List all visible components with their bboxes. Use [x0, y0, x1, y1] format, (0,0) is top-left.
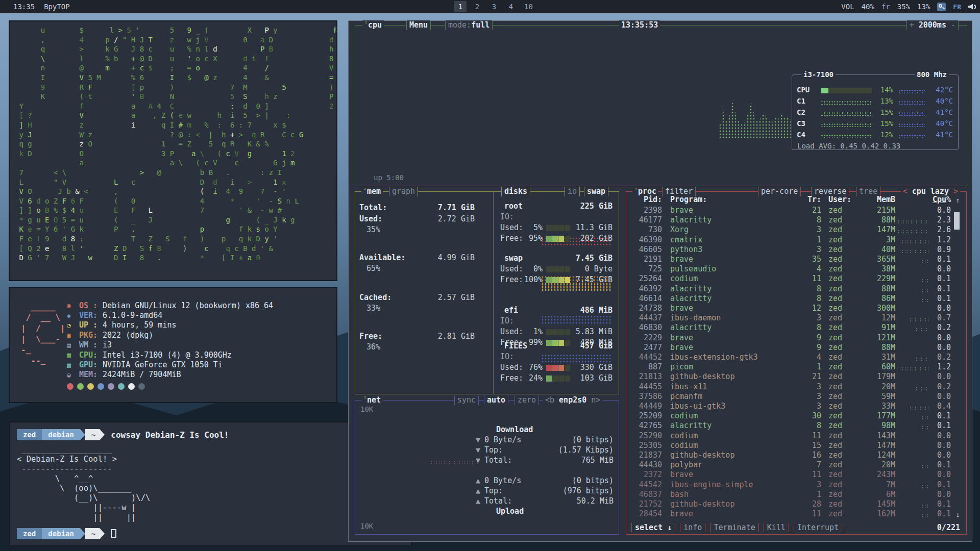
volume-value[interactable]: 40% — [862, 3, 874, 11]
disk-name: swap — [504, 253, 523, 264]
disks-toggle-button[interactable]: disks — [501, 187, 530, 196]
iface-prev[interactable]: <b — [545, 395, 554, 405]
process-row[interactable]: 2229brave9zed121M0.0 — [626, 333, 966, 343]
process-cell: 0.0 — [912, 343, 951, 353]
iface-next[interactable]: n> — [591, 395, 600, 405]
process-cell: 300M — [859, 304, 895, 313]
process-row[interactable]: 44452ibus-extension-gtk34zed31M0.2 — [626, 353, 966, 362]
io-toggle-button[interactable]: io — [565, 187, 580, 196]
terminal-cmatrix[interactable]: u $ l > S ' 5 9 _ ( X P y F , 4 p / " H … — [9, 20, 337, 281]
swap-toggle-button[interactable]: swap — [584, 187, 608, 196]
interrupt-button[interactable]: Interrupt — [794, 523, 842, 532]
process-row[interactable]: 25305codium15zed147M0.0 — [626, 441, 966, 450]
process-row[interactable]: 21813github-desktop21zed179M0.0 — [626, 372, 966, 382]
keyboard-layout[interactable]: FR — [953, 3, 961, 11]
matrix-row: y J W z ? @ : < | h + > q R C c G — [15, 130, 334, 140]
core-percent: 12% — [869, 130, 893, 140]
prompt-path-chip: ~ — [85, 528, 100, 539]
menu-button[interactable]: Menu — [406, 20, 431, 30]
process-cell: 44452 — [630, 353, 662, 362]
terminal-cursor[interactable] — [111, 529, 116, 538]
disk-used-label: Used: — [500, 327, 523, 337]
col-memory[interactable]: MemB — [859, 195, 895, 205]
sync-button[interactable]: sync — [454, 395, 479, 405]
process-cell: zed — [828, 206, 842, 215]
speaker-icon[interactable] — [968, 4, 976, 10]
process-row[interactable]: 2398brave21zed215M0.0 — [626, 206, 966, 215]
info-value: 2022 (dpkg) — [103, 331, 153, 340]
terminate-button[interactable]: Terminate — [710, 523, 758, 532]
process-row[interactable]: 37586pcmanfm3zed59M0.0 — [626, 392, 966, 402]
magnifier-icon[interactable] — [937, 3, 946, 11]
disk-used-value: 330 GiB — [580, 362, 612, 373]
terminal-fetch[interactable]: _____ / __ \ | / | | \___- -_ --_ ◉OS : … — [9, 287, 337, 403]
process-row[interactable]: 42765alacritty8zed98M0.1 — [626, 421, 966, 431]
process-row[interactable]: 725pulseaudio4zed38M0.0 — [626, 264, 966, 274]
select-button[interactable]: select ↓ — [631, 523, 675, 532]
process-cell: 46830 — [630, 323, 662, 333]
col-pid[interactable]: Pid: — [630, 195, 662, 205]
col-user[interactable]: User: — [828, 195, 851, 205]
interval-decrease[interactable]: - — [951, 20, 955, 30]
scroll-up-arrow[interactable]: ↑ — [955, 196, 960, 206]
process-row[interactable]: 2191brave35zed365M0.1 — [626, 255, 966, 264]
col-cpu[interactable]: Cpu% — [912, 195, 951, 205]
workspace-button-2[interactable]: 2 — [471, 1, 483, 12]
zero-button[interactable]: zero — [514, 395, 539, 405]
process-cell: 229M — [859, 274, 895, 284]
workspace-button-10[interactable]: 10 — [522, 1, 535, 12]
disk-free-row: Free:24%103 GiB — [499, 373, 616, 384]
process-row[interactable]: 730Xorg3zed147M2.6 — [626, 225, 966, 235]
core-percent: 14% — [869, 85, 893, 95]
process-row[interactable]: 44542ibus-engine-simple3zed7M0.1 — [626, 480, 966, 490]
process-row[interactable]: 21837github-desktop16zed124M0.0 — [626, 450, 966, 460]
workspace-button-3[interactable]: 3 — [488, 1, 500, 12]
process-row[interactable]: 46614alacritty8zed86M0.1 — [626, 294, 966, 304]
interval-control[interactable]: + 2000ms - — [906, 20, 959, 30]
process-row[interactable]: 25290codium11zed143M0.0 — [626, 431, 966, 441]
process-row[interactable]: 46177alacritty8zed88M2.3 — [626, 215, 966, 225]
process-row[interactable]: 25264codium11zed229M0.1 — [626, 274, 966, 284]
graph-toggle-button[interactable]: graph — [389, 187, 418, 196]
core-stat-row: C113%40°C — [792, 96, 958, 107]
process-cell: zed — [828, 431, 842, 441]
process-row[interactable]: 21752github-desktop28zed145M0.1 — [626, 499, 966, 509]
kill-button[interactable]: Kill — [764, 523, 789, 532]
interval-increase[interactable]: + — [910, 20, 914, 30]
process-row[interactable]: 25209codium30zed177M0.1 — [626, 411, 966, 421]
process-row[interactable]: 24738brave12zed300M0.0 — [626, 304, 966, 313]
process-cell: 86M — [859, 294, 895, 304]
process-row[interactable]: 28454brave11zed162M0.1 — [626, 509, 966, 519]
process-cell: 20M — [859, 382, 895, 392]
process-row[interactable]: 44455ibus-x113zed20M0.2 — [626, 382, 966, 392]
process-row[interactable]: 887picom1zed60M1.2 — [626, 362, 966, 372]
process-row[interactable]: 46390cmatrix1zed3M1.2 — [626, 235, 966, 245]
process-row[interactable]: 2372brave11zed243M0.0 — [626, 470, 966, 480]
process-row[interactable]: 2477brave9zed88M0.0 — [626, 343, 966, 353]
process-row[interactable]: 46837bash1zed6M0.0 — [626, 490, 966, 499]
process-row[interactable]: 46605python33zed40M0.9 — [626, 245, 966, 255]
interface-switcher[interactable]: <b enp2s0 n> — [543, 395, 602, 405]
mode-button[interactable]: mode: full — [445, 20, 493, 30]
process-row[interactable]: 44449ibus-ui-gtk33zed33M0.4 — [626, 402, 966, 411]
matrix-row: V 6 d o Z F 6 F ( 0 4 * ' - S n L — [15, 196, 334, 206]
workspace-button-4[interactable]: 4 — [505, 1, 517, 12]
info-button[interactable]: info — [680, 523, 705, 532]
net-stats: Download▼0 Byte/s(0 bitps)▼Top:(1.57 Kib… — [476, 425, 615, 517]
disk-io-row: IO: — [499, 212, 616, 222]
scroll-down-arrow[interactable]: ↓ — [955, 510, 960, 520]
process-row[interactable]: 46830alacritty8zed91M0.2 — [626, 323, 966, 333]
process-row[interactable]: 44437ibus-daemon3zed12M0.7 — [626, 313, 966, 323]
col-program[interactable]: Program: — [670, 195, 707, 205]
cpu-box-label: cpu — [368, 20, 382, 30]
matrix-row: K ( t ' B N 5 S h z P — [15, 92, 334, 102]
workspace-button-1[interactable]: 1 — [454, 1, 467, 12]
col-threads[interactable]: Tr: — [779, 195, 821, 205]
auto-button[interactable]: auto — [484, 395, 508, 405]
process-row[interactable]: 46392alacritty8zed88M0.1 — [626, 284, 966, 294]
process-cell: zed — [828, 304, 842, 313]
process-cell: 8 — [779, 294, 821, 304]
process-row[interactable]: 44430polybar7zed20M0.1 — [626, 460, 966, 470]
process-cpu-graph — [921, 279, 928, 282]
process-cell: 44430 — [630, 460, 662, 470]
